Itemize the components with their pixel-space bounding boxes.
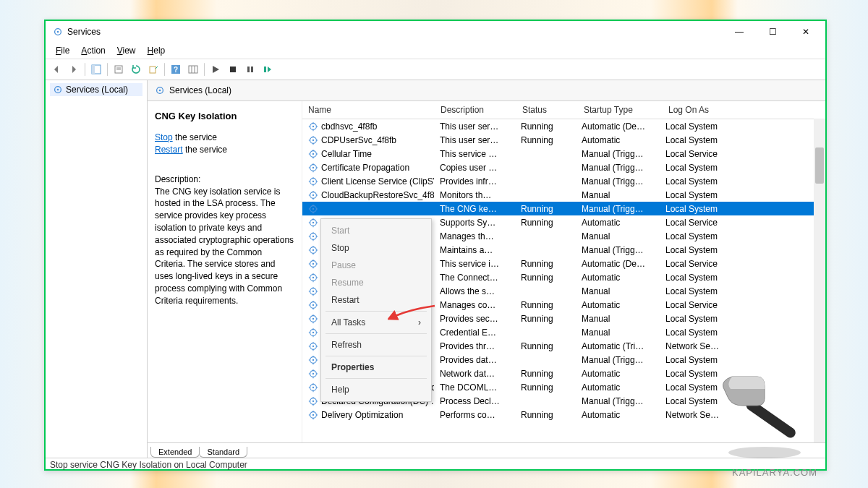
- svg-point-46: [312, 180, 314, 181]
- svg-point-34: [312, 153, 314, 154]
- svg-rect-14: [247, 67, 250, 72]
- maximize-button[interactable]: ☐: [756, 21, 789, 43]
- svg-point-18: [57, 89, 59, 91]
- start-service-button[interactable]: [208, 61, 224, 77]
- gear-icon: [308, 382, 318, 393]
- svg-rect-13: [230, 67, 236, 72]
- svg-point-94: [312, 290, 314, 291]
- svg-point-22: [312, 125, 314, 127]
- gear-icon: [308, 314, 318, 324]
- statusbar-text: Stop service CNG Key Isolation on Local …: [50, 460, 247, 470]
- gear-icon: [308, 204, 318, 214]
- pane-header-label: Services (Local): [169, 85, 231, 95]
- ctx-pause: Pause: [323, 257, 430, 274]
- tree-node-services-local[interactable]: Services (Local): [50, 83, 142, 96]
- pause-service-button[interactable]: [242, 61, 258, 77]
- columns-button[interactable]: [185, 61, 201, 77]
- ctx-stop[interactable]: Stop: [323, 239, 430, 257]
- list-header[interactable]: Name Description Status Startup Type Log…: [302, 101, 825, 119]
- gear-icon: [308, 369, 318, 379]
- svg-point-76: [312, 249, 314, 250]
- services-window: Services — ☐ ✕ File Action View Help ?: [44, 20, 827, 471]
- ctx-refresh[interactable]: Refresh: [323, 336, 430, 354]
- col-startup[interactable]: Startup Type: [578, 105, 663, 115]
- chevron-right-icon: ›: [418, 317, 421, 328]
- svg-point-100: [312, 304, 314, 305]
- window-controls: — ☐ ✕: [723, 21, 822, 43]
- tab-extended[interactable]: Extended: [150, 447, 200, 458]
- svg-point-52: [312, 194, 314, 195]
- svg-rect-3: [92, 65, 95, 74]
- table-row[interactable]: Certificate PropagationCopies user …Manu…: [302, 160, 825, 174]
- svg-point-136: [312, 386, 314, 388]
- svg-point-58: [312, 207, 314, 209]
- stop-service-button[interactable]: [225, 61, 241, 77]
- scrollbar[interactable]: [814, 119, 825, 442]
- tab-standard[interactable]: Standard: [199, 447, 247, 458]
- ctx-help[interactable]: Help: [323, 381, 430, 398]
- gear-icon: [308, 259, 318, 269]
- svg-rect-7: [150, 67, 156, 73]
- ctx-all-tasks[interactable]: All Tasks›: [323, 314, 430, 331]
- description-text: The CNG key isolation service is hosted …: [155, 186, 294, 307]
- gear-icon: [308, 300, 318, 310]
- stop-link[interactable]: Stop: [155, 132, 173, 142]
- svg-point-148: [312, 414, 314, 415]
- svg-rect-16: [264, 67, 266, 72]
- refresh-button[interactable]: [128, 61, 144, 77]
- restart-link[interactable]: Restart: [155, 145, 183, 155]
- table-row[interactable]: Client License Service (ClipSV…Provides …: [302, 174, 825, 188]
- gear-icon: [308, 328, 318, 338]
- context-menu: Start Stop Pause Resume Restart All Task…: [320, 218, 432, 402]
- forward-button[interactable]: [66, 61, 82, 77]
- pane-header: Services (Local): [148, 80, 825, 101]
- gear-icon: [308, 231, 318, 241]
- menu-file[interactable]: File: [50, 44, 75, 57]
- show-hide-button[interactable]: [88, 61, 104, 77]
- svg-point-40: [312, 166, 314, 168]
- svg-rect-10: [189, 66, 197, 73]
- minimize-button[interactable]: —: [723, 21, 756, 43]
- svg-point-130: [312, 372, 314, 374]
- scrollbar-thumb[interactable]: [815, 147, 824, 184]
- titlebar[interactable]: Services — ☐ ✕: [46, 21, 825, 43]
- menu-action[interactable]: Action: [75, 44, 111, 57]
- export-button[interactable]: [145, 61, 161, 77]
- ctx-restart[interactable]: Restart: [323, 291, 430, 309]
- back-button[interactable]: [48, 61, 64, 77]
- table-row[interactable]: Delivery OptimizationPerforms co…Running…: [302, 408, 825, 421]
- svg-point-1: [57, 31, 59, 33]
- svg-point-20: [159, 90, 161, 92]
- col-description[interactable]: Description: [435, 105, 516, 115]
- table-row[interactable]: cbdhsvc_4f8fbThis user ser…RunningAutoma…: [302, 119, 825, 133]
- gear-icon: [308, 396, 318, 406]
- gear-icon: [308, 245, 318, 255]
- gear-icon: [308, 273, 318, 283]
- ctx-properties[interactable]: Properties: [323, 359, 430, 376]
- table-row[interactable]: CDPUserSvc_4f8fbThis user ser…RunningAut…: [302, 133, 825, 147]
- svg-point-124: [312, 359, 314, 360]
- close-button[interactable]: ✕: [789, 21, 822, 43]
- toolbar: ?: [46, 59, 825, 80]
- menu-help[interactable]: Help: [142, 44, 171, 57]
- gear-icon: [308, 121, 318, 132]
- col-name[interactable]: Name: [302, 105, 435, 115]
- col-status[interactable]: Status: [516, 105, 578, 115]
- view-tabs: Extended Standard: [148, 442, 825, 458]
- properties-button[interactable]: [111, 61, 127, 77]
- svg-point-70: [312, 235, 314, 236]
- svg-point-112: [312, 331, 314, 333]
- svg-point-118: [312, 345, 314, 346]
- table-row[interactable]: The CNG ke…RunningManual (Trigg…Local Sy…: [302, 202, 825, 215]
- table-row[interactable]: CloudBackupRestoreSvc_4f8…Monitors th…Ma…: [302, 188, 825, 202]
- help-button[interactable]: ?: [168, 61, 184, 77]
- col-logon[interactable]: Log On As: [663, 105, 744, 115]
- gear-icon: [308, 355, 318, 365]
- window-title: Services: [67, 27, 723, 37]
- restart-service-button[interactable]: [260, 61, 276, 77]
- services-icon: [53, 27, 63, 37]
- table-row[interactable]: Cellular TimeThis service …Manual (Trigg…: [302, 147, 825, 160]
- svg-point-88: [312, 276, 314, 278]
- menu-view[interactable]: View: [111, 44, 142, 57]
- statusbar: Stop service CNG Key Isolation on Local …: [46, 458, 825, 471]
